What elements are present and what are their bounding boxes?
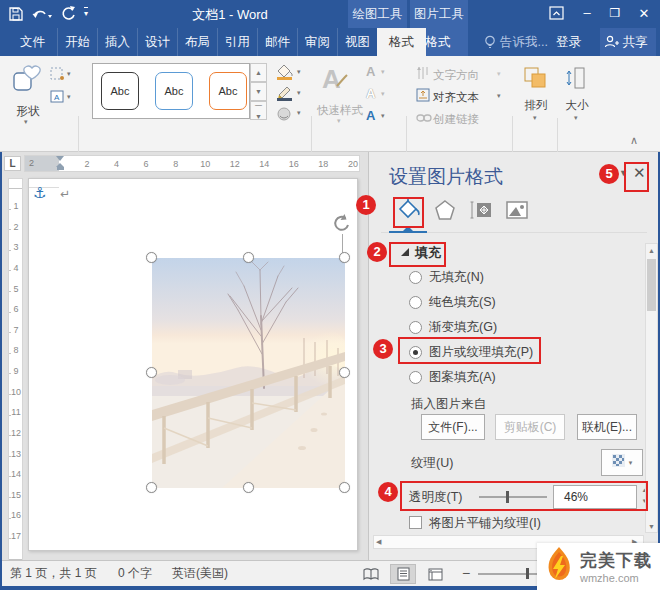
gallery-down-icon[interactable]: ▼ [250, 82, 267, 101]
annotation-box-fill-section [389, 242, 446, 267]
tile-checkbox-label: 将图片平铺为纹理(I) [429, 515, 541, 532]
gallery-up-icon[interactable]: ▲ [250, 63, 267, 82]
text-effects-dropdown-arrow[interactable]: ▾ [381, 112, 385, 120]
document-area: L 2 2468101214161820 1234567891011121314… [2, 152, 368, 560]
align-text-button[interactable]: 对齐文本 [433, 90, 479, 105]
ruler-number: 18 [317, 156, 329, 172]
fill-radio[interactable] [409, 321, 422, 334]
size-button[interactable]: 大小 [558, 98, 596, 113]
align-text-dropdown-arrow[interactable]: ▾ [497, 92, 501, 100]
edit-shape-icon[interactable] [50, 67, 65, 85]
zoom-slider-track[interactable] [478, 573, 538, 575]
ribbon-tab[interactable]: 开始 [57, 28, 97, 56]
zoom-slider-thumb[interactable] [526, 568, 529, 579]
arrange-button[interactable]: 排列 [517, 98, 555, 113]
shape-styles-gallery[interactable]: AbcAbcAbc [92, 63, 250, 119]
shape-fill-dropdown-arrow[interactable]: ▾ [297, 68, 301, 76]
radio-row[interactable]: 渐变填充(G) [409, 316, 497, 338]
minimize-button[interactable]: – [576, 0, 598, 28]
shapes-button[interactable]: 形状 [10, 104, 46, 119]
size-dropdown-arrow[interactable]: ▾ [574, 114, 578, 122]
shapes-dropdown-arrow[interactable]: ▾ [24, 118, 28, 126]
ribbon-display-options-icon[interactable] [548, 5, 566, 26]
read-mode-icon[interactable] [358, 564, 384, 584]
ribbon-tab[interactable]: 布局 [177, 28, 217, 56]
fill-radio[interactable] [409, 296, 422, 309]
resize-handle-top-right[interactable] [339, 252, 350, 263]
close-window-button[interactable]: ✕ [632, 0, 656, 28]
ribbon-tab[interactable]: 文件 [8, 28, 57, 56]
text-fill-icon[interactable]: A [366, 64, 375, 79]
scroll-thumb[interactable] [647, 259, 656, 311]
radio-row[interactable]: 无填充(N) [409, 266, 484, 288]
ribbon-tab[interactable]: 视图 [337, 28, 377, 56]
ribbon-tab[interactable]: 插入 [97, 28, 137, 56]
shape-style-sample[interactable]: Abc [153, 67, 195, 115]
tile-checkbox[interactable] [409, 516, 422, 529]
scroll-left-icon[interactable]: ◀ [376, 536, 381, 548]
ribbon-tab[interactable]: 审阅 [297, 28, 337, 56]
tab-selector[interactable]: L [4, 156, 21, 171]
shape-style-sample[interactable]: Abc [99, 67, 141, 115]
text-box-icon[interactable]: A [50, 90, 65, 108]
language-indicator[interactable]: 英语(美国) [172, 561, 228, 586]
left-indent-marker[interactable] [57, 167, 64, 170]
create-link-icon [416, 110, 432, 128]
shape-style-sample[interactable]: Abc [207, 67, 249, 115]
qat-customize-icon[interactable]: ▾ [84, 7, 88, 19]
picture-tab-icon[interactable] [503, 196, 531, 224]
shape-fill-icon[interactable] [276, 64, 294, 85]
page-indicator[interactable]: 第 1 页，共 1 页 [10, 561, 97, 586]
resize-handle-middle-left[interactable] [146, 367, 157, 378]
gallery-more-icon[interactable]: ⎺▼ [250, 101, 267, 120]
scroll-down-icon[interactable]: ▼ [646, 520, 657, 534]
align-text-icon[interactable] [416, 88, 430, 106]
layout-size-tab-icon[interactable] [467, 196, 495, 224]
effects-tab-icon[interactable] [431, 196, 459, 224]
word-count[interactable]: 0 个字 [118, 561, 152, 586]
fill-radio[interactable] [409, 271, 422, 284]
resize-handle-middle-right[interactable] [339, 367, 350, 378]
maximize-button[interactable]: ❒ [604, 0, 626, 28]
tab-picture-format[interactable]: 格式 [413, 28, 463, 56]
text-fill-dropdown-arrow[interactable]: ▾ [381, 68, 385, 76]
save-icon[interactable] [8, 6, 24, 26]
radio-row[interactable]: 图案填充(A) [409, 366, 496, 388]
resize-handle-bottom-middle[interactable] [243, 482, 254, 493]
text-box-dropdown-arrow[interactable]: ▾ [67, 93, 71, 101]
resize-handle-bottom-left[interactable] [146, 482, 157, 493]
first-line-indent-marker[interactable] [56, 156, 64, 161]
shape-outline-dropdown-arrow[interactable]: ▾ [297, 89, 301, 97]
edit-shape-dropdown-arrow[interactable]: ▾ [67, 70, 71, 78]
shapes-gallery-icon[interactable] [12, 64, 44, 102]
shape-effects-dropdown-arrow[interactable]: ▾ [297, 109, 301, 117]
undo-icon[interactable] [31, 6, 53, 26]
text-outline-dropdown-arrow[interactable]: ▾ [381, 90, 385, 98]
redo-icon[interactable] [60, 5, 77, 26]
texture-dropdown-button[interactable]: ▾ [601, 449, 643, 476]
arrange-dropdown-arrow[interactable]: ▾ [533, 114, 537, 122]
selected-picture[interactable] [152, 258, 345, 488]
ribbon-tab[interactable]: 邮件 [257, 28, 297, 56]
print-layout-icon[interactable] [390, 564, 416, 584]
fill-radio[interactable] [409, 371, 422, 384]
file-button[interactable]: 文件(F)... [421, 414, 485, 440]
radio-row[interactable]: 纯色填充(S) [409, 291, 496, 313]
ribbon-tab[interactable]: 引用 [217, 28, 257, 56]
text-effects-icon[interactable]: A [366, 108, 375, 123]
zoom-out-icon[interactable]: − [462, 561, 470, 585]
ribbon-tab[interactable]: 设计 [137, 28, 177, 56]
web-layout-icon[interactable] [422, 564, 448, 584]
resize-handle-bottom-right[interactable] [339, 482, 350, 493]
shape-effects-icon[interactable] [276, 106, 294, 126]
text-outline-icon[interactable]: A [366, 86, 375, 101]
share-button[interactable]: 共享 [600, 28, 656, 56]
online-button[interactable]: 联机(E)... [577, 414, 637, 440]
shape-outline-icon[interactable] [276, 85, 294, 106]
tell-me-box[interactable]: 告诉我... [500, 28, 548, 56]
collapse-ribbon-icon[interactable]: ∧ [630, 134, 638, 147]
resize-handle-top-middle[interactable] [243, 252, 254, 263]
resize-handle-top-left[interactable] [146, 252, 157, 263]
scroll-up-icon[interactable]: ▲ [646, 244, 657, 258]
sign-in-button[interactable]: 登录 [556, 28, 581, 56]
